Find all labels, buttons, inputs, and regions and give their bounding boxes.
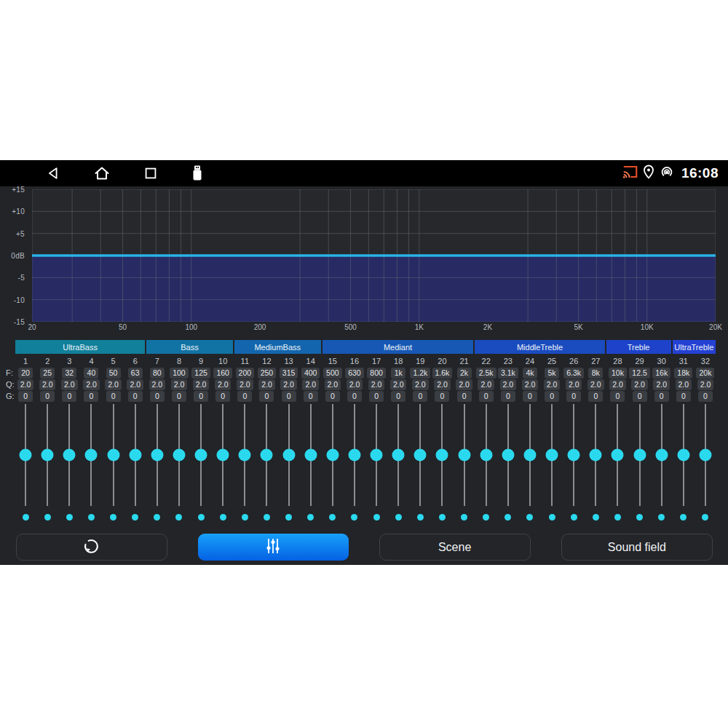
- frequency-value-16[interactable]: 630: [345, 368, 364, 379]
- slider-handle[interactable]: [436, 449, 448, 462]
- gain-value-8[interactable]: 0: [172, 391, 186, 402]
- gain-value-4[interactable]: 0: [84, 391, 98, 402]
- gain-slider-9[interactable]: [190, 404, 212, 506]
- q-value-4[interactable]: 2.0: [83, 379, 100, 390]
- slider-track[interactable]: [595, 404, 596, 506]
- q-value-28[interactable]: 2.0: [609, 379, 626, 390]
- gain-value-5[interactable]: 0: [106, 391, 121, 402]
- gain-value-12[interactable]: 0: [259, 391, 274, 402]
- frequency-value-14[interactable]: 400: [301, 368, 320, 379]
- slider-handle[interactable]: [239, 449, 251, 462]
- slider-track[interactable]: [200, 404, 202, 506]
- home-icon[interactable]: [93, 165, 111, 182]
- frequency-value-20[interactable]: 1.6k: [432, 368, 453, 379]
- slider-track[interactable]: [705, 404, 706, 506]
- q-value-13[interactable]: 2.0: [280, 379, 297, 390]
- frequency-value-3[interactable]: 32: [62, 368, 76, 379]
- gain-value-22[interactable]: 0: [479, 391, 494, 402]
- gain-value-11[interactable]: 0: [237, 391, 252, 402]
- frequency-value-25[interactable]: 5k: [545, 368, 559, 379]
- gain-slider-17[interactable]: [365, 404, 387, 506]
- recents-icon[interactable]: [143, 165, 159, 181]
- equalizer-button[interactable]: [198, 534, 348, 561]
- slider-handle[interactable]: [173, 449, 185, 462]
- frequency-value-32[interactable]: 20k: [696, 368, 714, 379]
- scene-button[interactable]: Scene: [379, 534, 531, 561]
- q-value-23[interactable]: 2.0: [500, 379, 517, 390]
- gain-slider-7[interactable]: [146, 404, 168, 506]
- gain-value-27[interactable]: 0: [588, 391, 603, 402]
- gain-value-15[interactable]: 0: [325, 391, 340, 402]
- q-value-8[interactable]: 2.0: [171, 379, 188, 390]
- q-value-29[interactable]: 2.0: [631, 379, 648, 390]
- gain-slider-1[interactable]: [15, 404, 36, 506]
- slider-track[interactable]: [157, 404, 158, 506]
- gain-slider-14[interactable]: [300, 404, 322, 506]
- frequency-value-17[interactable]: 800: [367, 368, 386, 379]
- gain-slider-32[interactable]: [695, 404, 716, 506]
- gain-value-14[interactable]: 0: [304, 391, 318, 402]
- q-value-32[interactable]: 2.0: [697, 379, 714, 390]
- slider-handle[interactable]: [568, 449, 580, 462]
- slider-handle[interactable]: [699, 449, 711, 462]
- gain-slider-19[interactable]: [409, 404, 431, 506]
- gain-slider-2[interactable]: [36, 404, 58, 506]
- slider-track[interactable]: [354, 404, 355, 506]
- frequency-value-28[interactable]: 10k: [609, 368, 627, 379]
- slider-track[interactable]: [135, 404, 136, 506]
- gain-value-7[interactable]: 0: [150, 391, 165, 402]
- slider-handle[interactable]: [677, 449, 689, 462]
- frequency-value-7[interactable]: 80: [150, 368, 165, 379]
- frequency-value-13[interactable]: 315: [280, 368, 298, 379]
- q-value-27[interactable]: 2.0: [587, 379, 604, 390]
- q-value-11[interactable]: 2.0: [237, 379, 253, 390]
- gain-slider-25[interactable]: [541, 404, 563, 506]
- frequency-value-10[interactable]: 160: [213, 368, 232, 379]
- gain-slider-5[interactable]: [103, 404, 124, 506]
- slider-handle[interactable]: [20, 449, 32, 462]
- band-segment-treble[interactable]: Treble: [606, 340, 671, 354]
- band-segment-ultrabass[interactable]: UltraBass: [15, 340, 145, 354]
- slider-handle[interactable]: [414, 449, 427, 462]
- frequency-value-23[interactable]: 3.1k: [498, 368, 518, 379]
- frequency-value-31[interactable]: 18k: [674, 368, 692, 379]
- slider-handle[interactable]: [633, 449, 646, 462]
- back-icon[interactable]: [45, 165, 61, 181]
- slider-track[interactable]: [113, 404, 114, 506]
- slider-handle[interactable]: [151, 449, 163, 462]
- slider-track[interactable]: [529, 404, 531, 506]
- gain-slider-26[interactable]: [563, 404, 585, 506]
- gain-value-28[interactable]: 0: [610, 391, 625, 402]
- slider-track[interactable]: [639, 404, 641, 506]
- slider-track[interactable]: [551, 404, 553, 506]
- q-value-15[interactable]: 2.0: [325, 379, 341, 390]
- band-segment-mediant[interactable]: Mediant: [323, 340, 474, 354]
- slider-handle[interactable]: [217, 449, 229, 462]
- slider-handle[interactable]: [655, 449, 668, 462]
- gain-slider-29[interactable]: [629, 404, 651, 506]
- frequency-value-30[interactable]: 16k: [652, 368, 670, 379]
- slider-handle[interactable]: [348, 449, 360, 462]
- gain-value-1[interactable]: 0: [18, 391, 33, 402]
- slider-handle[interactable]: [371, 449, 383, 462]
- frequency-value-2[interactable]: 25: [40, 368, 55, 379]
- slider-track[interactable]: [222, 404, 223, 506]
- q-value-12[interactable]: 2.0: [258, 379, 275, 390]
- gain-value-30[interactable]: 0: [654, 391, 669, 402]
- slider-track[interactable]: [90, 404, 92, 506]
- gain-value-19[interactable]: 0: [413, 391, 427, 402]
- q-value-2[interactable]: 2.0: [39, 379, 56, 390]
- slider-track[interactable]: [573, 404, 574, 506]
- frequency-value-27[interactable]: 8k: [588, 368, 603, 379]
- frequency-value-5[interactable]: 50: [106, 368, 121, 379]
- frequency-value-12[interactable]: 250: [258, 368, 277, 379]
- gain-value-23[interactable]: 0: [501, 391, 515, 402]
- slider-handle[interactable]: [129, 449, 141, 462]
- slider-track[interactable]: [419, 404, 421, 506]
- slider-handle[interactable]: [546, 449, 558, 462]
- gain-value-20[interactable]: 0: [435, 391, 449, 402]
- frequency-value-22[interactable]: 2.5k: [476, 368, 496, 379]
- q-value-24[interactable]: 2.0: [522, 379, 539, 390]
- gain-slider-15[interactable]: [322, 404, 344, 506]
- q-value-1[interactable]: 2.0: [17, 379, 34, 390]
